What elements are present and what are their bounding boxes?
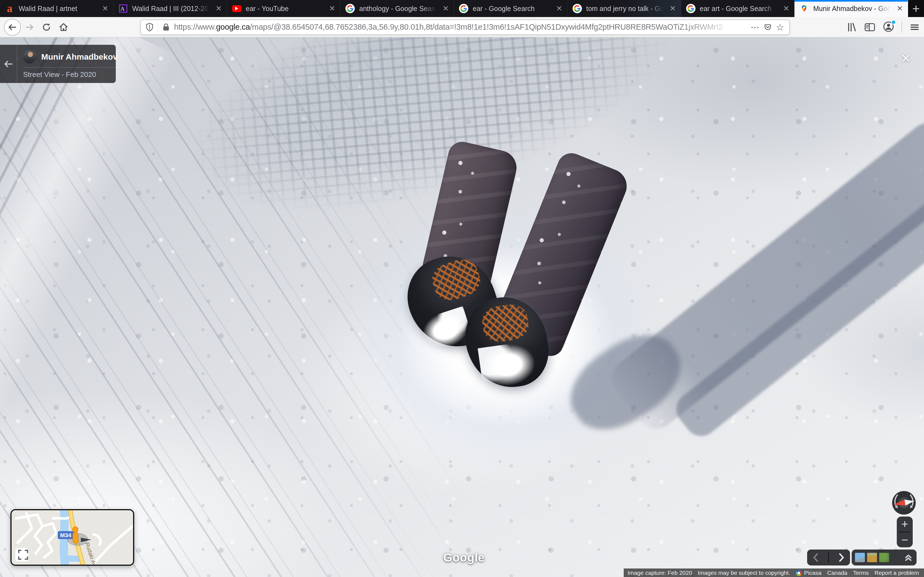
lock-icon <box>163 23 170 31</box>
tab-close-icon[interactable]: ✕ <box>102 4 108 13</box>
tab-munir-ahmadbekov-active[interactable]: Munir Ahmadbekov - Google ✕ <box>795 0 908 17</box>
google-favicon-icon <box>459 4 468 13</box>
minimap[interactable]: M34 Rudaki Avenue <box>10 509 134 566</box>
tab-close-icon[interactable]: ✕ <box>670 4 676 13</box>
tab-close-icon[interactable]: ✕ <box>329 4 336 13</box>
tab-title: Walid Raad | artnet <box>19 5 98 13</box>
compass-control[interactable] <box>892 491 916 515</box>
provider-credit: Picasa <box>796 570 821 576</box>
region-label: Canada <box>827 570 848 576</box>
artnet-favicon-icon: a <box>5 4 14 13</box>
url-text[interactable]: https://www.google.ca/maps/@38.6545074,6… <box>174 23 746 32</box>
previous-pano-icon[interactable] <box>811 553 820 562</box>
image-capture-date: Image capture: Feb 2020 <box>628 570 692 576</box>
pano-navigation <box>807 550 850 566</box>
tab-anthology-search[interactable]: anthology - Google Search ✕ <box>341 0 454 17</box>
tab-close-icon[interactable]: ✕ <box>216 4 222 13</box>
pano-nav-divider <box>828 552 829 563</box>
tab-close-icon[interactable]: ✕ <box>783 4 790 13</box>
expand-minimap-button[interactable] <box>15 548 29 561</box>
copyright-notice: Images may be subject to copyright. <box>698 570 790 576</box>
back-arrow-icon <box>4 60 13 69</box>
forward-arrow-icon <box>24 22 34 32</box>
google-favicon-icon <box>686 4 695 13</box>
page-actions-icon[interactable]: ⋯ <box>751 22 759 32</box>
tab-title: anthology - Google Search <box>359 5 438 13</box>
browser-window: a Walid Raad | artnet ✕ A Walid Raad | I… <box>0 0 924 577</box>
url-bar-divider <box>158 23 158 32</box>
google-maps-pin-favicon-icon <box>800 4 809 13</box>
tab-walid-raad-iii[interactable]: A Walid Raad | III (2012-2014) ✕ <box>113 0 227 17</box>
url-path: /maps/@38.6545074,68.7652386,3a,56.9y,80… <box>250 23 723 31</box>
artforum-favicon-icon: A <box>118 4 128 13</box>
home-icon <box>58 22 69 32</box>
zoom-in-button[interactable]: + <box>897 517 913 532</box>
capture-caption: Street View - Feb 2020 <box>23 70 132 79</box>
tracking-protection-shield-icon[interactable] <box>146 23 153 32</box>
photo-thumbnail[interactable] <box>867 553 877 562</box>
pegman-icon[interactable] <box>73 527 78 543</box>
report-problem-link[interactable]: Report a problem <box>874 570 919 576</box>
toolbar-right-icons <box>846 21 920 34</box>
forward-button[interactable] <box>21 19 38 36</box>
toolbar-divider <box>901 22 902 33</box>
tab-close-icon[interactable]: ✕ <box>443 4 449 13</box>
zoom-out-button[interactable]: − <box>897 532 913 547</box>
author-avatar[interactable] <box>23 50 36 63</box>
tab-title: Munir Ahmadbekov - Google <box>813 5 892 13</box>
photo-thumbnail[interactable] <box>855 553 865 562</box>
tab-bar: a Walid Raad | artnet ✕ A Walid Raad | I… <box>0 0 924 17</box>
street-view-panorama[interactable]: Munir Ahmadbekov ⋮ Street View - Feb 202… <box>0 37 924 577</box>
google-favicon-icon <box>573 4 582 13</box>
url-scheme: https://www. <box>174 23 216 31</box>
header-divider <box>23 67 132 68</box>
route-shield-label: M34 <box>60 532 71 538</box>
tab-ear-search[interactable]: ear - Google Search ✕ <box>454 0 568 17</box>
photo-thumbnail-strip <box>852 550 917 566</box>
kebab-menu-icon[interactable]: ⋮ <box>123 52 132 62</box>
attribution-bar: Image capture: Feb 2020 Images may be su… <box>624 569 924 577</box>
tab-ear-art-search[interactable]: ear art - Google Search ✕ <box>681 0 795 17</box>
tab-tom-and-jerry[interactable]: tom and jerry no talk - Goog ✕ <box>568 0 681 17</box>
street-view-info: Munir Ahmadbekov ⋮ Street View - Feb 202… <box>17 45 137 83</box>
tab-ear-youtube[interactable]: ear - YouTube ✕ <box>227 0 341 17</box>
tab-title: ear art - Google Search <box>700 5 779 13</box>
hamburger-menu-icon[interactable] <box>909 22 920 33</box>
next-pano-icon[interactable] <box>837 553 846 562</box>
tab-close-icon[interactable]: ✕ <box>556 4 562 13</box>
tab-walid-raad-artnet[interactable]: a Walid Raad | artnet ✕ <box>0 0 113 17</box>
collapse-double-chevron-icon[interactable] <box>903 553 913 562</box>
author-name[interactable]: Munir Ahmadbekov <box>41 52 118 61</box>
reload-button[interactable] <box>38 19 55 36</box>
bookmark-star-icon[interactable]: ☆ <box>776 22 784 33</box>
reload-icon <box>42 22 52 32</box>
new-tab-button[interactable]: + <box>908 0 924 17</box>
sidebars-icon[interactable] <box>864 22 876 33</box>
library-icon[interactable] <box>846 22 857 33</box>
tab-close-icon[interactable]: ✕ <box>897 4 903 13</box>
photo-thumbnail[interactable] <box>879 553 889 562</box>
back-to-map-button[interactable] <box>0 45 17 83</box>
back-arrow-icon <box>4 19 21 36</box>
url-bar[interactable]: https://www.google.ca/maps/@38.6545074,6… <box>140 19 790 35</box>
terms-link[interactable]: Terms <box>853 570 869 576</box>
pocket-save-icon[interactable] <box>764 23 772 31</box>
picasa-logo-icon <box>796 570 802 576</box>
account-button[interactable] <box>883 21 894 34</box>
back-button[interactable] <box>4 19 21 36</box>
url-domain: google.ca <box>216 23 250 31</box>
google-favicon-icon <box>346 4 355 13</box>
home-button[interactable] <box>55 19 72 36</box>
google-watermark: Google <box>443 551 485 564</box>
tab-title: Walid Raad | III (2012-2014) <box>132 5 211 13</box>
tab-title: ear - YouTube <box>246 5 325 13</box>
youtube-favicon-icon <box>232 4 241 13</box>
street-view-header: Munir Ahmadbekov ⋮ Street View - Feb 202… <box>0 45 116 83</box>
account-notification-dot <box>891 20 896 25</box>
provider-name: Picasa <box>804 570 821 576</box>
navigation-toolbar: https://www.google.ca/maps/@38.6545074,6… <box>0 17 924 37</box>
tab-title: tom and jerry no talk - Goog <box>586 5 665 13</box>
tab-title: ear - Google Search <box>473 5 552 13</box>
zoom-control: + − <box>897 517 913 547</box>
close-street-view-button[interactable]: ✕ <box>898 50 914 66</box>
